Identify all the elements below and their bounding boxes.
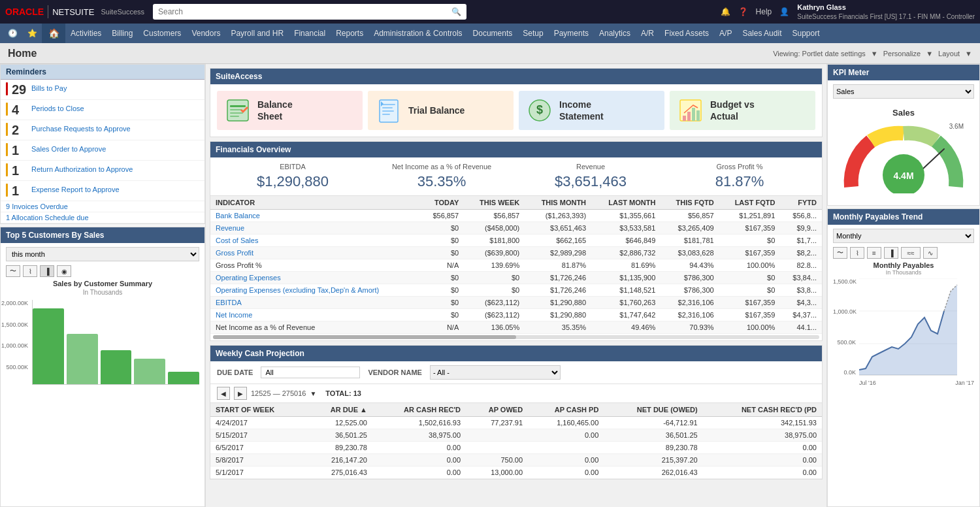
row-label[interactable]: Cost of Sales xyxy=(210,235,420,247)
cell-lfqtd: $0 xyxy=(719,272,781,284)
row-label[interactable]: EBITDA xyxy=(210,297,420,309)
search-bar[interactable]: 🔍 xyxy=(153,4,466,20)
reminder-label-ra[interactable]: Return Authorization to Approve xyxy=(31,163,133,174)
nav-reports[interactable]: Reports xyxy=(331,24,368,43)
nav-billing[interactable]: Billing xyxy=(106,24,138,43)
viewing-chevron: ▼ xyxy=(871,50,878,57)
reminder-label-exp[interactable]: Expense Report to Approve xyxy=(31,184,120,194)
svg-rect-1 xyxy=(230,105,246,107)
row-label[interactable]: Revenue xyxy=(210,222,420,235)
nav-admin[interactable]: Administration & Controls xyxy=(368,24,467,43)
cell-fytd: $3,84... xyxy=(780,272,822,284)
payables-chart-more[interactable]: ≈≈ xyxy=(901,247,921,259)
chart-type-bar: 〜 ⌇ ▐ ◉ xyxy=(1,265,204,280)
reminder-bar-yellow-2 xyxy=(6,123,8,136)
nav-activities[interactable]: Activities xyxy=(65,24,106,43)
reminder-bar-yellow-3 xyxy=(6,143,8,156)
card-balance-sheet[interactable]: BalanceSheet xyxy=(217,91,363,130)
cash-next-btn[interactable]: ▶ xyxy=(234,387,247,400)
payables-chart-line[interactable]: 〜 xyxy=(833,247,847,259)
cell-fqtd: $786,300 xyxy=(661,284,719,297)
main-nav: 🕐 ⭐ 🏠 Activities Billing Customers Vendo… xyxy=(0,24,980,43)
card-trial-balance[interactable]: Trial Balance xyxy=(368,91,514,130)
cash-col-ar-due: AR DUE ▲ xyxy=(307,403,372,417)
nav-ar[interactable]: A/R xyxy=(636,24,659,43)
due-date-input[interactable] xyxy=(261,367,360,378)
svg-rect-16 xyxy=(696,110,700,121)
payables-chart-area[interactable]: ⌇ xyxy=(850,247,864,259)
kpi-meter-dropdown[interactable]: Sales Revenue Gross Profit xyxy=(833,84,974,99)
nav-payments[interactable]: Payments xyxy=(549,24,594,43)
chart-type-line[interactable]: 〜 xyxy=(6,265,20,277)
y-label-3: 1,000.00K xyxy=(1,342,28,349)
layout-label[interactable]: Layout xyxy=(938,50,960,57)
payables-chart-bar[interactable]: ▐ xyxy=(884,247,898,259)
row-label[interactable]: Operating Expenses xyxy=(210,272,420,284)
recent-icon[interactable]: 🕐 xyxy=(3,24,22,43)
kpi-meter-section: KPI Meter Sales Revenue Gross Profit Sal… xyxy=(827,64,980,206)
line-chart: 1,500.0K 1,000.0K 500.0K 0.0K xyxy=(833,278,974,386)
col-today: TODAY xyxy=(420,196,464,210)
cell-fqtd: $3,083,628 xyxy=(661,247,719,259)
nav-ap[interactable]: A/P xyxy=(714,24,737,43)
payables-chart-table[interactable]: ≡ xyxy=(867,247,881,259)
income-statement-icon: $ xyxy=(527,97,553,123)
reminder-invoices[interactable]: 9 Invoices Overdue xyxy=(1,201,204,212)
gauge-container: Sales 3.6M xyxy=(828,103,979,205)
payables-dropdown[interactable]: Monthly Quarterly Yearly xyxy=(833,229,974,243)
home-nav-btn[interactable]: 🏠 xyxy=(42,24,65,43)
oracle-logo: ORACLE xyxy=(5,7,44,17)
reminder-label-bills[interactable]: Bills to Pay xyxy=(31,82,67,93)
kpi-net-income-value: 35.35% xyxy=(367,173,516,190)
nav-analytics[interactable]: Analytics xyxy=(594,24,636,43)
cell-net-cash: 342,151.93 xyxy=(703,417,822,429)
nav-support[interactable]: Support xyxy=(787,24,825,43)
notifications-icon[interactable]: 🔔 xyxy=(721,7,730,16)
row-label[interactable]: Bank Balance xyxy=(210,210,420,222)
help-label[interactable]: Help xyxy=(756,7,772,16)
vendor-name-select[interactable]: - All - xyxy=(430,365,561,380)
card-income-statement[interactable]: $ IncomeStatement xyxy=(519,91,664,130)
nav-documents[interactable]: Documents xyxy=(468,24,518,43)
reminder-label-purchase[interactable]: Purchase Requests to Approve xyxy=(31,123,131,133)
chart-type-area[interactable]: ⌇ xyxy=(23,265,37,277)
row-label[interactable]: Operating Expenses (excluding Tax,Dep'n … xyxy=(210,284,420,297)
cell-ar-cash: 38,975.00 xyxy=(372,429,466,442)
viewing-label[interactable]: Viewing: Portlet date settings xyxy=(773,50,866,57)
personalize-label[interactable]: Personalize xyxy=(883,50,921,57)
table-row: Gross Profit %N/A139.69%81.87%81.69%94.4… xyxy=(210,259,822,272)
chart-type-pie[interactable]: ◉ xyxy=(57,265,71,277)
cash-tbody: 4/24/201712,525.001,502,616.9377,237.911… xyxy=(210,417,822,479)
row-label[interactable]: Net Income xyxy=(210,309,420,321)
cell-ar-cash: 0.00 xyxy=(372,466,466,479)
cell-ap-owed xyxy=(466,429,528,442)
help-icon[interactable]: ❓ xyxy=(738,7,748,16)
user-icon[interactable]: 👤 xyxy=(779,7,789,16)
favorites-icon[interactable]: ⭐ xyxy=(22,24,42,43)
nav-vendors[interactable]: Vendors xyxy=(186,24,225,43)
cell-today: $56,857 xyxy=(420,210,464,222)
top5-period-select[interactable]: this month this quarter this year xyxy=(6,247,199,261)
col-last-month: LAST MONTH xyxy=(591,196,661,210)
nav-sales-audit[interactable]: Sales Audit xyxy=(737,24,787,43)
cell-today: $0 xyxy=(420,247,464,259)
nav-financial[interactable]: Financial xyxy=(289,24,331,43)
chart-type-bar-btn[interactable]: ▐ xyxy=(40,265,54,277)
nav-fixed-assets[interactable]: Fixed Assets xyxy=(659,24,714,43)
cash-range-icon[interactable]: ▼ xyxy=(310,390,316,397)
nav-setup[interactable]: Setup xyxy=(517,24,548,43)
cash-prev-btn[interactable]: ◀ xyxy=(217,387,230,400)
reminder-allocation[interactable]: 1 Allocation Schedule due xyxy=(1,212,204,223)
nav-payroll[interactable]: Payroll and HR xyxy=(225,24,289,43)
cell-ap-cash: 0.00 xyxy=(528,429,604,442)
card-budget-actual[interactable]: Budget vsActual xyxy=(670,91,815,130)
reminder-label-so[interactable]: Sales Order to Approve xyxy=(31,143,106,154)
h-scrollbar[interactable] xyxy=(213,335,819,339)
payables-chart-dot[interactable]: ∿ xyxy=(923,247,938,259)
cash-table: START OF WEEK AR DUE ▲ AR CASH REC'D AP … xyxy=(210,403,822,479)
reminder-label-periods[interactable]: Periods to Close xyxy=(31,103,84,113)
nav-customers[interactable]: Customers xyxy=(138,24,186,43)
row-label[interactable]: Gross Profit xyxy=(210,247,420,259)
search-input[interactable] xyxy=(158,7,449,16)
personalize-chevron: ▼ xyxy=(926,50,933,57)
